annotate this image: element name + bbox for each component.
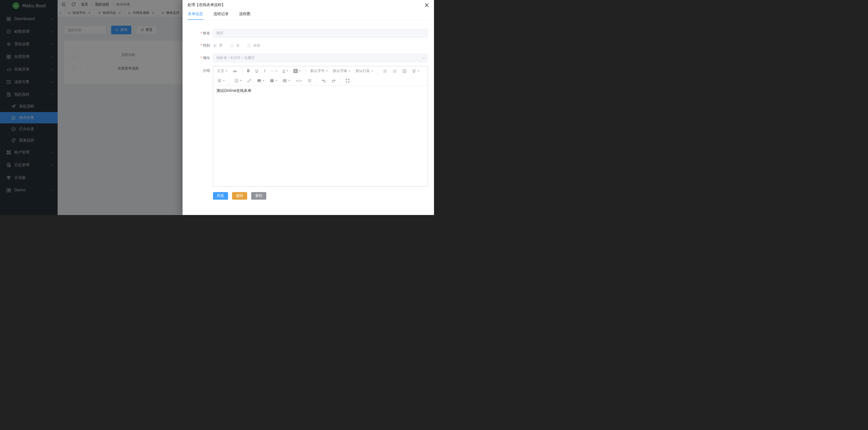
code-block-button[interactable]: </> [293,76,305,85]
bg-color-dropdown[interactable]: A [291,66,303,76]
tab-form-info[interactable]: 表单信息 [188,8,203,20]
font-size-dropdown[interactable]: 默认字号 [308,66,331,76]
blockquote-icon[interactable] [230,66,240,76]
drawer-form: *姓名 测试 *性别 男 女 [183,20,434,200]
font-color-dropdown[interactable]: A [280,66,291,76]
delegate-button[interactable]: 委托 [251,192,266,200]
radio-icon [247,44,251,48]
address-select: 湖南省 / 长沙市 / 岳麓区 [213,54,428,62]
form-row-gender: *性别 男 女 未知 [188,41,428,50]
font-family-dropdown[interactable]: 默认字体 [331,66,353,76]
toolbar-divider [378,66,378,76]
toolbar-divider [340,76,341,85]
radio-selected-icon [213,44,217,48]
drawer-actions: 同意 驳回 委托 [213,192,428,200]
editor-toolbar-row-2: </> [215,76,427,85]
radio-icon [230,44,234,48]
svg-text:3: 3 [393,71,394,73]
ordered-list-icon[interactable]: 123 [390,66,400,76]
toolbar-divider [242,66,242,76]
gender-radio-group: 男 女 未知 [213,41,268,50]
drawer-tabs: 表单信息 流转记录 流程图 [188,8,429,20]
link-icon[interactable] [244,76,254,85]
address-label: *地址 [188,56,213,60]
process-drawer: 处理【在线表单流程】 × 表单信息 流转记录 流程图 *姓名 测试 *性别 男 [183,0,434,215]
italic-button[interactable]: I [261,66,268,76]
drawer-title: 处理【在线表单流程】 [188,2,225,7]
emoji-dropdown[interactable] [231,76,244,85]
redo-icon[interactable] [329,76,338,85]
rich-text-editor: 正文 B U I ··· A A 默认字号 [213,66,428,187]
form-row-address: *地址 湖南省 / 长沙市 / 岳麓区 [188,54,428,62]
video-dropdown[interactable] [267,76,280,85]
radio-female[interactable]: 女 [230,43,240,48]
drawer-header: 处理【在线表单流程】 × [183,0,434,7]
tab-flow-records[interactable]: 流转记录 [213,8,229,20]
name-label: *姓名 [188,31,213,35]
line-height-dropdown[interactable]: 默认行高 [353,66,376,76]
radio-male[interactable]: 男 [213,43,222,48]
bold-button[interactable]: B [244,66,252,76]
agree-button[interactable]: 同意 [213,192,228,200]
radio-unknown[interactable]: 未知 [247,43,260,48]
editor-toolbar: 正文 B U I ··· A A 默认字号 [213,66,428,86]
more-styles-dropdown[interactable]: ··· [268,66,280,76]
underline-button[interactable]: U [252,66,261,76]
paragraph-style-dropdown[interactable]: 正文 [215,66,230,76]
chevron-down-icon [422,56,425,59]
fullscreen-icon[interactable] [343,76,352,85]
editor-toolbar-row-1: 正文 B U I ··· A A 默认字号 [215,66,427,76]
indent-dropdown[interactable] [215,76,227,85]
divider-line-icon[interactable] [305,76,315,85]
drawer-close-icon[interactable]: × [424,2,430,7]
reject-button[interactable]: 驳回 [232,192,247,200]
name-field: 测试 [213,29,428,37]
gender-label: *性别 [188,43,213,48]
form-row-name: *姓名 测试 [188,29,428,37]
tab-flow-diagram[interactable]: 流程图 [239,8,251,20]
image-dropdown[interactable] [254,76,267,85]
undo-icon[interactable] [319,76,329,85]
table-dropdown[interactable] [280,76,293,85]
intro-label: 介绍 [188,66,213,73]
form-row-intro: 介绍 正文 B U I ··· A [188,66,428,187]
todo-list-icon[interactable] [400,66,409,76]
align-dropdown[interactable] [409,66,422,76]
app-root: Maku Boot Dashboard 权限管理 系统设置 应用管理 [0,0,434,215]
editor-content[interactable]: 测试Online在线表单 [213,86,428,186]
bullet-list-icon[interactable] [380,66,390,76]
